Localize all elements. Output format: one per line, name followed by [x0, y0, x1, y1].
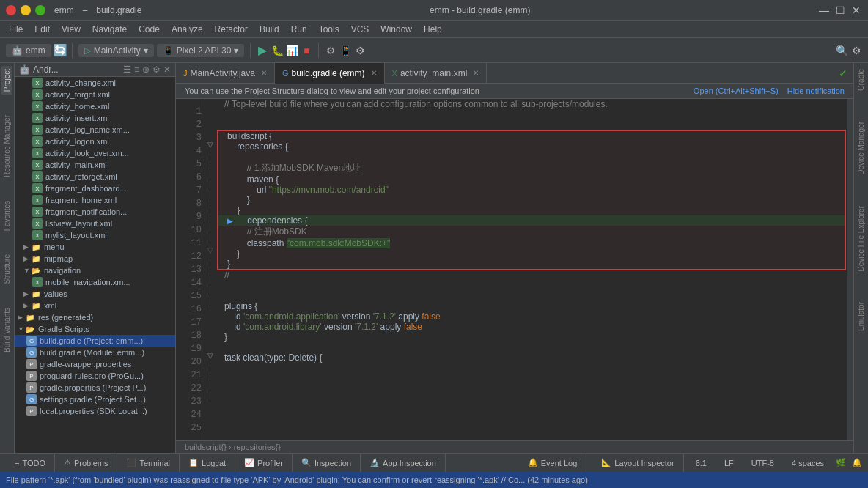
menu-build[interactable]: Build [254, 23, 285, 36]
sidebar-header: 🤖 Andr... ☰ ≡ ⊕ ⚙ ✕ [15, 63, 175, 77]
layout-inspector-tab[interactable]: 📐 Layout Inspector [592, 454, 683, 473]
open-project-structure-link[interactable]: Open (Ctrl+Alt+Shift+S) [694, 86, 779, 95]
tree-item-activity-home[interactable]: X activity_home.xml [15, 100, 175, 112]
tab-mainactivity[interactable]: J MainActivity.java ✕ [176, 63, 275, 84]
tree-item-mobile-navigation[interactable]: X mobile_navigation.xm... [15, 276, 175, 288]
tree-item-activity-insert[interactable]: X activity_insert.xml [15, 112, 175, 124]
tab-app-inspection[interactable]: 🔬 App Inspection [361, 454, 446, 473]
debug-button[interactable]: 🐛 [271, 45, 283, 56]
device-file-explorer-label[interactable]: Device File Explorer [856, 203, 867, 274]
tab-activity-main-xml[interactable]: X activity_main.xml ✕ [385, 63, 488, 84]
tree-item-build-gradle-project[interactable]: G build.gradle (Project: emm...) [15, 335, 175, 347]
settings-icon[interactable]: ⚙ [354, 45, 366, 56]
tree-item-fragment-dashboard[interactable]: X fragment_dashboard... [15, 182, 175, 194]
restore-icon[interactable]: ☐ [834, 4, 846, 16]
resource-manager-label[interactable]: Resource Manager [1, 112, 12, 180]
menu-code[interactable]: Code [133, 23, 166, 36]
menu-run[interactable]: Run [285, 23, 313, 36]
tree-item-settings-gradle[interactable]: G settings.gradle (Project Set...) [15, 393, 175, 405]
sidebar-cog-icon[interactable]: ☰ [123, 64, 131, 75]
profile-button[interactable]: 📊 [286, 45, 298, 56]
tab-todo[interactable]: ≡ TODO [6, 454, 55, 473]
menu-tools[interactable]: Tools [313, 23, 345, 36]
favorites-label[interactable]: Favorites [1, 198, 12, 234]
tree-item-mipmap[interactable]: ▶ 📁 mipmap [15, 253, 175, 265]
tree-item-activity-reforget[interactable]: X activity_reforget.xml [15, 171, 175, 182]
event-log-tab[interactable]: 🔔 Event Log [519, 454, 587, 473]
menu-file[interactable]: File [3, 23, 29, 36]
structure-label[interactable]: Structure [1, 251, 12, 287]
project-panel-label[interactable]: Project [1, 66, 12, 95]
sdk-manager-icon[interactable]: ⚙ [325, 45, 336, 56]
menu-navigate[interactable]: Navigate [87, 23, 133, 36]
fold-4[interactable]: ▽ [205, 138, 216, 152]
tree-item-local-properties[interactable]: P local.properties (SDK Locat...) [15, 405, 175, 417]
tree-item-activity-change[interactable]: X activity_change.xml [15, 77, 175, 89]
close-tab-icon[interactable]: ✕ [261, 69, 267, 77]
menu-window[interactable]: Window [375, 23, 418, 36]
tree-item-gradle-wrapper[interactable]: P gradle-wrapper.properties [15, 358, 175, 370]
menu-edit[interactable]: Edit [29, 23, 56, 36]
main-activity-selector[interactable]: ▷ MainActivity ▾ [78, 44, 154, 57]
tree-item-activity-log-name[interactable]: X activity_log_name.xm... [15, 124, 175, 136]
sidebar-collapse-icon[interactable]: ≡ [134, 64, 139, 75]
tree-item-activity-forget[interactable]: X activity_forget.xml [15, 89, 175, 100]
tab-profiler[interactable]: 📈 Profiler [235, 454, 293, 473]
emulator-panel-label[interactable]: Emulator [856, 299, 867, 334]
maximize-button[interactable] [35, 5, 45, 15]
minimize-icon[interactable]: — [818, 4, 830, 16]
menu-analyze[interactable]: Analyze [166, 23, 209, 36]
close-icon[interactable]: ✕ [850, 4, 862, 16]
sidebar-close-icon[interactable]: ✕ [163, 64, 171, 75]
menu-help[interactable]: Help [418, 23, 448, 36]
tree-item-build-gradle-module[interactable]: G build.gradle (Module: emm...) [15, 347, 175, 358]
device-selector[interactable]: 📱 Pixel 2 API 30 ▾ [157, 44, 245, 57]
close-tab-icon[interactable]: ✕ [473, 69, 479, 77]
tree-item-fragment-notification[interactable]: X fragment_notification... [15, 206, 175, 218]
sync-icon[interactable]: 🔄 [54, 45, 66, 56]
stop-button[interactable]: ■ [301, 45, 312, 56]
tree-item-activity-main[interactable]: X activity_main.xml [15, 159, 175, 171]
search-everywhere-icon[interactable]: 🔍 [836, 45, 847, 56]
tree-item-listview-layout[interactable]: X listview_layout.xml [15, 218, 175, 229]
hide-notification-link[interactable]: Hide notification [787, 86, 845, 95]
tree-item-values[interactable]: ▶ 📁 values [15, 288, 175, 300]
tab-build-gradle[interactable]: G build.gradle (emm) ✕ [275, 63, 385, 84]
build-variants-label[interactable]: Build Variants [1, 305, 12, 355]
code-content-area[interactable]: // Top-level build file where you can ad… [216, 99, 847, 440]
sidebar-settings-icon[interactable]: ⚙ [152, 64, 161, 75]
tree-item-menu[interactable]: ▶ 📁 menu [15, 241, 175, 253]
menu-refactor[interactable]: Refactor [209, 23, 254, 36]
close-tab-icon[interactable]: ✕ [371, 69, 377, 77]
tab-logcat[interactable]: 📋 Logcat [180, 454, 235, 473]
fold-12[interactable]: ▽ [205, 244, 216, 257]
gradle-panel-label[interactable]: Gradle [856, 66, 867, 94]
project-selector[interactable]: 🤖 emm [6, 44, 51, 57]
tree-item-fragment-home[interactable]: X fragment_home.xml [15, 194, 175, 206]
tree-item-activity-logon[interactable]: X activity_logon.xml [15, 136, 175, 147]
fold-20[interactable]: ▽ [205, 350, 216, 363]
tree-item-proguard[interactable]: P proguard-rules.pro (ProGu...) [15, 370, 175, 382]
arrow-icon: ▶ [18, 314, 25, 321]
minimize-button[interactable] [21, 5, 31, 15]
tree-item-mylist-layout[interactable]: X mylist_layout.xml [15, 229, 175, 241]
sidebar-expand-icon[interactable]: ⊕ [142, 64, 150, 75]
close-button[interactable] [6, 5, 16, 15]
tree-item-xml[interactable]: ▶ 📁 xml [15, 300, 175, 311]
tree-item-gradle-scripts[interactable]: ▼ 📂 Gradle Scripts [15, 323, 175, 335]
avd-manager-icon[interactable]: 📱 [339, 45, 351, 56]
tree-item-res-generated[interactable]: ▶ 📁 res (generated) [15, 311, 175, 323]
tab-problems[interactable]: ⚠ Problems [55, 454, 117, 473]
menu-view[interactable]: View [56, 23, 87, 36]
settings-toolbar-icon[interactable]: ⚙ [850, 45, 862, 56]
tree-item-gradle-properties[interactable]: P gradle.properties (Project P...) [15, 382, 175, 393]
vertical-scrollbar[interactable] [847, 99, 853, 440]
tab-inspection[interactable]: 🔍 Inspection [293, 454, 361, 473]
device-manager-panel-label[interactable]: Device Manager [856, 119, 867, 178]
tab-terminal[interactable]: ⬛ Terminal [117, 454, 180, 473]
notification-bell-icon[interactable]: 🔔 [852, 458, 862, 467]
tree-item-navigation[interactable]: ▼ 📂 navigation [15, 265, 175, 276]
menu-vcs[interactable]: VCS [345, 23, 375, 36]
run-button[interactable]: ▶ [257, 45, 268, 56]
tree-item-activity-look-over[interactable]: X activity_look_over.xm... [15, 147, 175, 159]
